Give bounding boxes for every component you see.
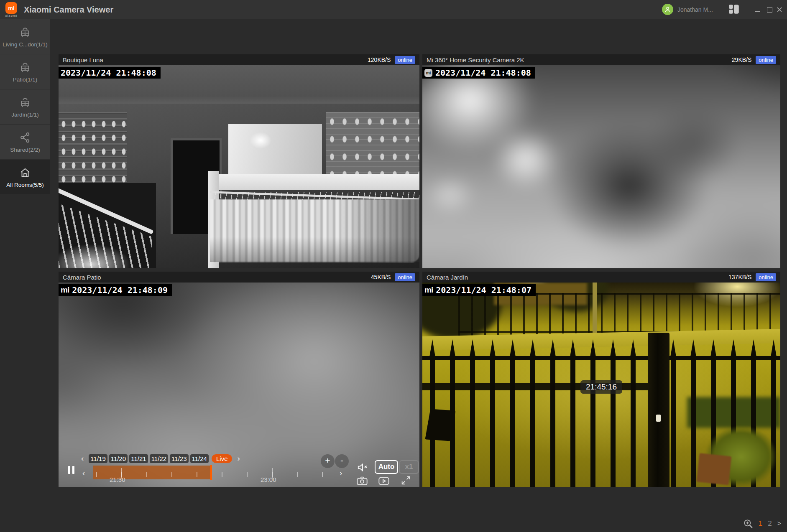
camera-bitrate: 45KB/S <box>371 274 391 280</box>
timeline-prev-button[interactable]: ‹ <box>79 468 88 478</box>
camera-name: Cámara Patio <box>63 274 367 281</box>
nightstand-icon <box>19 26 31 38</box>
status-badge: online <box>756 56 776 64</box>
camera-header: Mi 360° Home Security Camera 2K 29KB/S o… <box>422 54 780 65</box>
timeline-ticks <box>96 472 335 477</box>
osd-timestamp: mi 2023/11/24 21:48:09 <box>59 284 172 296</box>
dates-next-button[interactable]: › <box>234 454 243 463</box>
mi-logo-icon: mi <box>424 69 432 77</box>
sidebar: Living C...dor(1/1) Patio(1/1) Jardín(1/… <box>0 19 50 195</box>
camera-panel-camara-patio[interactable]: Cámara Patio 45KB/S online mi 2023/11/24… <box>59 272 419 487</box>
osd-timestamp: 2023/11/24 21:48:08 <box>59 67 161 79</box>
timeline-time-label: 21:30 <box>110 476 125 483</box>
close-button[interactable] <box>774 0 785 19</box>
timeline-zoom-in-button[interactable]: + <box>321 454 335 468</box>
xiaomi-logo-caption: xiaomi <box>2 14 20 18</box>
sidebar-item-label: All Rooms(5/5) <box>6 182 43 188</box>
page-2-button[interactable]: 2 <box>768 519 772 528</box>
timeline-scrubber[interactable] <box>210 465 212 480</box>
xiaomi-logo-icon: mi <box>5 2 17 14</box>
nightstand-icon <box>19 96 31 109</box>
camera-panel-boutique-luna[interactable]: Boutique Luna 120KB/S online 2023/11/ <box>59 54 419 268</box>
osd-timestamp: mi 2023/11/24 21:48:08 <box>422 67 535 79</box>
status-badge: online <box>395 56 415 64</box>
sidebar-item-label: Living C...dor(1/1) <box>3 41 47 48</box>
pause-icon[interactable] <box>67 466 76 474</box>
osd-clock: 21:45:16 <box>580 380 622 394</box>
nightstand-icon <box>19 61 31 74</box>
user-avatar[interactable] <box>662 4 673 15</box>
record-icon[interactable] <box>378 476 390 486</box>
date-chip[interactable]: 11/20 <box>109 454 128 463</box>
dates-prev-button[interactable]: ‹ <box>78 454 87 463</box>
date-selector: ‹ 11/19 11/20 11/21 11/22 11/23 11/24 Li… <box>78 454 243 463</box>
page-1-button[interactable]: 1 <box>759 519 762 528</box>
camera-name: Boutique Luna <box>63 56 363 64</box>
timeline-next-button[interactable]: › <box>336 468 345 478</box>
titlebar: mi xiaomi Xiaomi Camera Viewer Jonathan … <box>0 0 787 19</box>
speed-x1-button[interactable]: x1 <box>399 460 419 474</box>
camera-header: Cámara Jardín 137KB/S online <box>422 272 780 283</box>
video-scene <box>422 65 780 268</box>
mute-speaker-icon[interactable] <box>356 462 369 473</box>
speed-auto-button[interactable]: Auto <box>375 460 398 474</box>
magnifier-plus-icon[interactable] <box>743 519 753 529</box>
timeline-track[interactable]: 21:30 23:00 <box>93 466 335 479</box>
layout-grid-icon[interactable] <box>728 4 741 15</box>
camera-video-feed[interactable]: 2023/11/24 21:48:08 <box>59 65 419 268</box>
app-title: Xiaomi Camera Viewer <box>24 0 113 19</box>
camera-header: Cámara Patio 45KB/S online <box>59 272 419 283</box>
sidebar-item-living-corridor[interactable]: Living C...dor(1/1) <box>0 19 50 54</box>
minimize-icon <box>755 11 760 12</box>
maximize-button[interactable] <box>764 0 775 19</box>
share-icon <box>19 131 31 144</box>
date-chip[interactable]: 11/23 <box>170 454 188 463</box>
status-badge: online <box>756 273 776 281</box>
live-badge[interactable]: Live <box>212 454 233 463</box>
camera-name: Mi 360° Home Security Camera 2K <box>427 56 728 64</box>
date-chip[interactable]: 11/24 <box>190 454 209 463</box>
sidebar-item-label: Shared(2/2) <box>10 147 40 153</box>
user-name[interactable]: Jonathan M... <box>677 0 713 19</box>
camera-name: Cámara Jardín <box>427 274 724 281</box>
camera-panel-camara-jardin[interactable]: Cámara Jardín 137KB/S online <box>422 272 780 487</box>
playback-controls: ‹ 11/19 11/20 11/21 11/22 11/23 11/24 Li… <box>59 451 419 487</box>
sidebar-item-label: Jardín(1/1) <box>11 112 38 118</box>
camera-bitrate: 29KB/S <box>732 56 751 63</box>
camera-bitrate: 137KB/S <box>728 274 751 280</box>
camera-video-feed[interactable]: 21:45:16 mi 2023/11/24 21:48:07 <box>422 283 780 487</box>
camera-header: Boutique Luna 120KB/S online <box>59 54 419 65</box>
sidebar-item-jardin[interactable]: Jardín(1/1) <box>0 89 50 125</box>
fullscreen-icon[interactable] <box>401 475 411 486</box>
mi-logo-icon: mi <box>424 285 433 295</box>
minimize-button[interactable] <box>752 0 763 19</box>
status-badge: online <box>395 273 415 281</box>
camera-video-feed[interactable]: mi 2023/11/24 21:48:09 ‹ 11/19 11/20 11/… <box>59 283 419 487</box>
person-icon <box>664 6 671 13</box>
sidebar-item-label: Patio(1/1) <box>13 76 38 83</box>
sidebar-item-patio[interactable]: Patio(1/1) <box>0 54 50 89</box>
timeline-time-label: 23:00 <box>261 476 276 483</box>
pagination: 1 2 > <box>743 519 781 529</box>
maximize-icon <box>767 7 772 13</box>
camera-video-feed[interactable]: mi 2023/11/24 21:48:08 <box>422 65 780 268</box>
home-icon <box>19 166 31 179</box>
snapshot-camera-icon[interactable] <box>356 476 368 486</box>
sidebar-item-shared[interactable]: Shared(2/2) <box>0 125 50 160</box>
timeline-zoom-out-button[interactable]: - <box>335 454 349 468</box>
mi-logo-icon: mi <box>61 285 69 295</box>
osd-timestamp: mi 2023/11/24 21:48:07 <box>422 284 536 296</box>
camera-panel-mi-360[interactable]: Mi 360° Home Security Camera 2K 29KB/S o… <box>422 54 780 268</box>
date-chip[interactable]: 11/21 <box>129 454 148 463</box>
camera-bitrate: 120KB/S <box>368 56 391 63</box>
app-window: mi xiaomi Xiaomi Camera Viewer Jonathan … <box>0 0 787 532</box>
close-icon <box>777 7 782 13</box>
sidebar-item-all-rooms[interactable]: All Rooms(5/5) <box>0 160 50 195</box>
date-chip[interactable]: 11/19 <box>89 454 107 463</box>
date-chip[interactable]: 11/22 <box>150 454 168 463</box>
next-page-button[interactable]: > <box>777 520 781 527</box>
